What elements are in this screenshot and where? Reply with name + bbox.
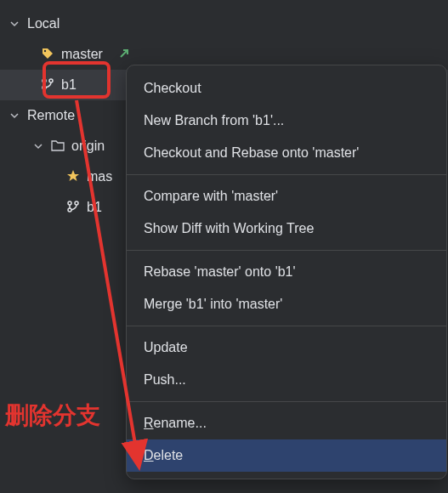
svg-point-6	[68, 208, 71, 212]
tag-icon	[41, 47, 54, 63]
branch-icon	[41, 77, 54, 94]
origin-master-label: mas	[87, 169, 112, 184]
menu-update[interactable]: Update	[127, 332, 446, 364]
master-label: master	[61, 47, 103, 62]
star-icon	[66, 169, 80, 185]
menu-separator	[127, 174, 446, 175]
menu-show-diff[interactable]: Show Diff with Working Tree	[127, 212, 446, 245]
svg-point-1	[43, 79, 46, 82]
menu-new-branch[interactable]: New Branch from 'b1'...	[127, 105, 446, 137]
svg-point-3	[43, 86, 46, 89]
menu-checkout[interactable]: Checkout	[127, 72, 446, 105]
chevron-down-icon	[9, 18, 20, 30]
svg-point-5	[75, 201, 78, 205]
menu-compare[interactable]: Compare with 'master'	[127, 180, 446, 212]
chevron-down-icon	[9, 110, 20, 122]
chevron-down-icon	[32, 140, 44, 152]
tree-node-local[interactable]: Local	[0, 8, 448, 39]
menu-merge[interactable]: Merge 'b1' into 'master'	[127, 288, 446, 320]
origin-b1-label: b1	[87, 200, 102, 215]
menu-rename[interactable]: Rename...	[127, 407, 446, 439]
annotation-text: 删除分支	[5, 400, 100, 432]
folder-icon	[51, 139, 65, 154]
menu-delete[interactable]: Delete	[127, 439, 446, 472]
menu-checkout-rebase[interactable]: Checkout and Rebase onto 'master'	[127, 137, 446, 169]
svg-point-4	[68, 201, 71, 205]
external-link-icon	[118, 48, 130, 62]
remote-label: Remote	[27, 108, 75, 123]
svg-point-2	[49, 79, 53, 82]
menu-push[interactable]: Push...	[127, 364, 446, 396]
branch-context-menu: Checkout New Branch from 'b1'... Checkou…	[126, 65, 447, 479]
menu-rebase[interactable]: Rebase 'master' onto 'b1'	[127, 256, 446, 288]
menu-separator	[127, 401, 446, 402]
svg-point-0	[44, 49, 46, 51]
menu-separator	[127, 250, 446, 251]
local-label: Local	[27, 16, 60, 31]
b1-label: b1	[61, 77, 77, 93]
branch-icon	[66, 200, 80, 216]
menu-separator	[127, 326, 446, 326]
origin-label: origin	[71, 139, 105, 154]
